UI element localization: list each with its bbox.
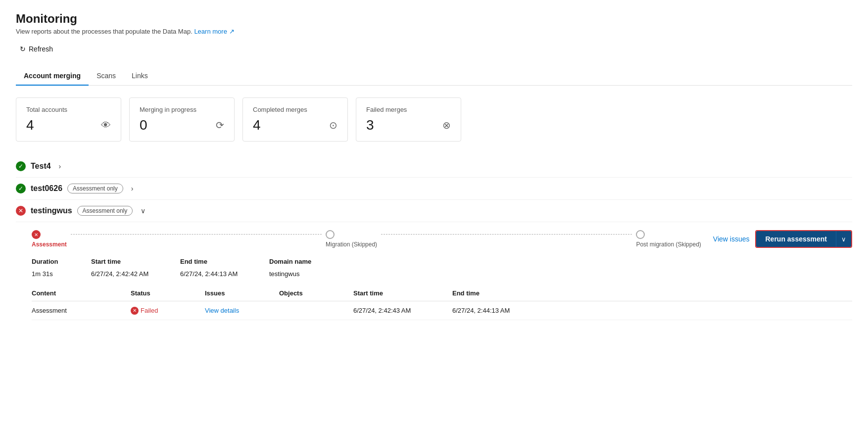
status-success-icon: ✓ <box>16 184 26 193</box>
external-link-icon: ↗ <box>229 28 235 35</box>
refresh-button[interactable]: ↻ Refresh <box>16 43 57 55</box>
account-row-test4: ✓ Test4 › <box>16 155 852 178</box>
post-migration-label: Post migration (Skipped) <box>636 241 701 248</box>
stat-failed-merges: Failed merges 3 ⊗ <box>356 97 461 142</box>
account-expanded-content-testingwus: ✕ Assessment Migration (Skipped) <box>32 230 852 320</box>
migration-label: Migration (Skipped) <box>326 241 377 248</box>
cell-end-time: 6/27/24, 2:44:13 AM <box>452 301 852 320</box>
account-row-test0626: ✓ test0626 Assessment only › <box>16 178 852 200</box>
table-row: Assessment ✕ Failed View details <box>32 301 852 320</box>
stat-merging-in-progress: Merging in progress 0 ⟳ <box>129 97 235 142</box>
col-start-time: Start time <box>353 285 452 301</box>
failed-icon: ✕ <box>131 307 139 315</box>
detail-grid: Duration Start time End time Domain name… <box>32 258 852 278</box>
stat-total-accounts: Total accounts 4 👁 <box>16 97 121 142</box>
assessment-failed-icon: ✕ <box>32 230 41 239</box>
account-expand-button-test4[interactable]: › <box>56 161 64 171</box>
assessment-label: Assessment <box>32 241 67 248</box>
view-issues-link[interactable]: View issues <box>713 235 750 243</box>
assessment-only-badge-testingwus: Assessment only <box>77 206 133 216</box>
cell-issues: View details <box>205 301 279 320</box>
learn-more-link[interactable]: Learn more ↗ <box>194 28 234 35</box>
refresh-icon: ↻ <box>20 45 26 53</box>
pipeline-row: ✕ Assessment Migration (Skipped) <box>32 230 852 248</box>
pipeline-step-migration: Migration (Skipped) <box>326 230 377 248</box>
eye-icon: 👁 <box>101 120 111 131</box>
tab-scans[interactable]: Scans <box>89 67 124 86</box>
col-issues: Issues <box>205 285 279 301</box>
cell-status: ✕ Failed <box>131 301 205 320</box>
pipeline-line-1 <box>71 234 322 235</box>
col-status: Status <box>131 285 205 301</box>
monitoring-page: Monitoring View reports about the proces… <box>0 0 868 428</box>
status-success-icon: ✓ <box>16 161 26 171</box>
rerun-button-wrapper: Rerun assessment ∨ <box>755 230 852 248</box>
account-section-testingwus: ✕ testingwus Assessment only ∨ ✕ Assessm… <box>16 200 852 328</box>
pipeline-actions: View issues Rerun assessment ∨ <box>701 230 852 248</box>
post-migration-circle-icon <box>636 230 645 239</box>
stat-completed-merges: Completed merges 4 ⊙ <box>242 97 348 142</box>
col-end-time: End time <box>452 285 852 301</box>
assessment-only-badge: Assessment only <box>67 184 123 193</box>
tab-account-merging[interactable]: Account merging <box>16 67 89 86</box>
cell-start-time: 6/27/24, 2:42:43 AM <box>353 301 452 320</box>
cell-content: Assessment <box>32 301 131 320</box>
view-details-link[interactable]: View details <box>205 307 239 314</box>
page-subtitle: View reports about the processes that po… <box>16 28 852 35</box>
check-circle-icon: ⊙ <box>329 119 338 131</box>
col-content: Content <box>32 285 131 301</box>
accounts-list: ✓ Test4 › ✓ test0626 Assessment only › ✕… <box>16 155 852 328</box>
toolbar: ↻ Refresh <box>16 43 852 59</box>
x-circle-icon: ⊗ <box>442 119 451 131</box>
stats-grid: Total accounts 4 👁 Merging in progress 0… <box>16 97 461 142</box>
status-error-icon: ✕ <box>16 206 26 216</box>
chevron-down-icon: ∨ <box>841 236 846 243</box>
rerun-assessment-button[interactable]: Rerun assessment <box>756 231 836 247</box>
migration-circle-icon <box>326 230 335 239</box>
cell-objects <box>279 301 353 320</box>
rerun-dropdown-button[interactable]: ∨ <box>836 231 851 247</box>
account-row-testingwus: ✕ testingwus Assessment only ∨ <box>16 200 852 222</box>
content-table: Content Status Issues Objects Start time… <box>32 285 852 320</box>
pipeline-step-post-migration: Post migration (Skipped) <box>636 230 701 248</box>
tabs-bar: Account merging Scans Links <box>16 67 852 86</box>
col-objects: Objects <box>279 285 353 301</box>
tab-links[interactable]: Links <box>124 67 156 86</box>
page-title: Monitoring <box>16 12 852 26</box>
pipeline-step-assessment: ✕ Assessment <box>32 230 67 248</box>
account-expand-button-test0626[interactable]: › <box>128 184 137 193</box>
sync-icon: ⟳ <box>216 119 224 131</box>
pipeline-line-2 <box>381 234 632 235</box>
account-collapse-button-testingwus[interactable]: ∨ <box>138 206 148 216</box>
